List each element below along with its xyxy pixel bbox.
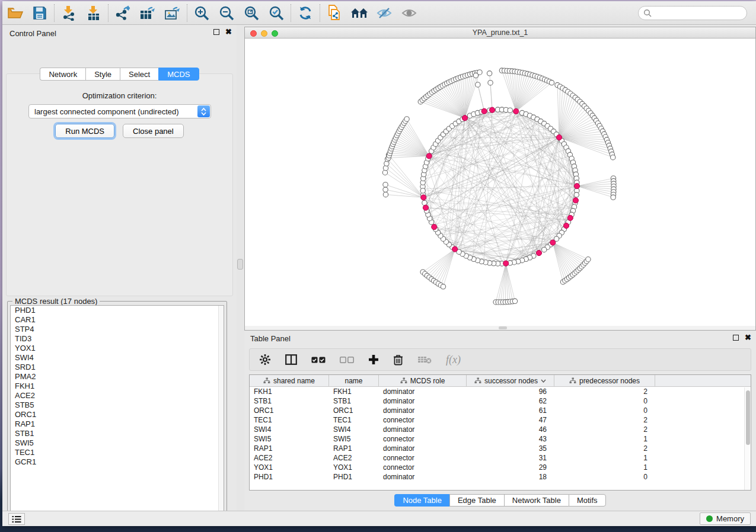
result-node[interactable]: SWI5 [11, 438, 224, 448]
result-node[interactable]: PMA2 [11, 372, 224, 382]
table-row[interactable]: PHD1PHD1dominator180 [250, 472, 751, 482]
table-row[interactable]: STB1STB1dominator620 [250, 396, 751, 406]
delete-table-button[interactable] [417, 355, 432, 364]
show-all-button[interactable] [397, 3, 422, 23]
result-node[interactable]: RAP1 [11, 419, 224, 429]
toolbar-separator [54, 4, 55, 22]
table-row[interactable]: ORC1ORC1dominator610 [250, 406, 751, 415]
import-network-button[interactable] [56, 3, 81, 23]
run-mcds-button[interactable]: Run MCDS [55, 124, 114, 138]
table-vscrollbar[interactable] [744, 387, 750, 490]
column-header-successor-nodes[interactable]: successor nodes [467, 375, 554, 386]
result-node[interactable]: GCR1 [11, 457, 224, 467]
result-list-scrollbar[interactable] [218, 306, 224, 518]
result-node[interactable]: FKH1 [11, 382, 224, 391]
close-panel-icon[interactable]: ✖ [745, 335, 751, 341]
table-row[interactable]: SWI5SWI5connector431 [250, 434, 751, 444]
criterion-value: largest connected component (undirected) [34, 107, 179, 116]
result-node[interactable]: CAR1 [11, 315, 224, 325]
open-file-button[interactable] [2, 3, 27, 23]
save-floppy-icon [33, 6, 47, 20]
zoom-selected-button[interactable] [264, 3, 289, 23]
save-session-button[interactable] [27, 3, 52, 23]
column-header-shared-name[interactable]: shared name [250, 375, 329, 386]
export-image-button[interactable] [160, 3, 185, 23]
tab-mcds[interactable]: MCDS [158, 68, 199, 81]
table-row[interactable]: FKH1FKH1dominator962 [250, 387, 751, 396]
zoom-out-button[interactable] [214, 3, 239, 23]
result-node[interactable]: STB5 [11, 400, 224, 410]
result-node[interactable]: STB1 [11, 429, 224, 438]
result-node[interactable]: PHD1 [11, 306, 224, 315]
float-panel-icon[interactable] [213, 29, 219, 35]
network-canvas[interactable] [245, 39, 755, 326]
criterion-dropdown[interactable]: largest connected component (undirected) [28, 104, 211, 118]
mcds-result-list[interactable]: PHD1 CAR1 STP4 TID3 YOX1 SWI4 SRD1 PMA2 … [10, 305, 224, 518]
apply-function-button[interactable]: f(x) [446, 354, 461, 366]
divider-thumb[interactable] [237, 259, 243, 270]
result-node[interactable]: TEC1 [11, 448, 224, 457]
tab-select[interactable]: Select [120, 68, 158, 81]
close-panel-icon[interactable]: ✖ [225, 29, 232, 35]
close-panel-button[interactable]: Close panel [123, 124, 184, 138]
first-neighbors-button[interactable] [347, 3, 372, 23]
network-window-titlebar[interactable]: YPA_prune.txt_1 [245, 27, 755, 39]
table-options-button[interactable] [259, 354, 271, 366]
zoom-fit-button[interactable] [239, 3, 264, 23]
eye-slash-icon [376, 7, 393, 20]
memory-button[interactable]: Memory [700, 512, 751, 525]
table-row[interactable]: RAP1RAP1dominator352 [250, 444, 751, 453]
result-node[interactable]: ACE2 [11, 391, 224, 400]
network-hscrollbar[interactable] [245, 326, 755, 330]
table-panel-title: Table Panel [250, 334, 291, 343]
column-header-mcds-role[interactable]: MCDS role [379, 375, 467, 386]
tab-network[interactable]: Network [40, 68, 85, 81]
network-hscroll-thumb[interactable] [499, 326, 507, 329]
table-row[interactable]: TEC1TEC1connector472 [250, 415, 751, 425]
add-column-button[interactable] [368, 354, 379, 365]
toolbar-separator [108, 4, 109, 22]
result-node[interactable]: STP4 [11, 325, 224, 334]
column-selector-button[interactable] [285, 354, 297, 365]
main-toolbar [2, 1, 756, 25]
tab-network-table[interactable]: Network Table [504, 494, 569, 507]
close-window-icon[interactable] [250, 30, 257, 37]
deselect-all-button[interactable] [340, 357, 354, 363]
eye-icon [401, 7, 417, 20]
export-table-button[interactable] [135, 3, 160, 23]
split-pane-divider[interactable] [237, 25, 244, 511]
minimize-window-icon[interactable] [261, 30, 267, 37]
export-network-button[interactable] [110, 3, 135, 23]
maximize-window-icon[interactable] [272, 30, 278, 37]
result-node[interactable]: YOX1 [11, 344, 224, 353]
clone-network-button[interactable] [322, 3, 347, 23]
control-panel-tabs: Network Style Select MCDS [2, 68, 237, 81]
hide-selected-button[interactable] [372, 3, 397, 23]
float-panel-icon[interactable] [733, 335, 739, 341]
table-vscroll-thumb[interactable] [746, 390, 750, 445]
import-table-button[interactable] [81, 3, 106, 23]
table-panel: Table Panel ✖ [244, 331, 756, 511]
tab-motifs[interactable]: Motifs [569, 494, 606, 507]
toolbar-separator [291, 4, 291, 22]
result-node[interactable]: SWI4 [11, 353, 224, 363]
tab-edge-table[interactable]: Edge Table [449, 494, 504, 507]
result-node[interactable]: ORC1 [11, 410, 224, 419]
search-input[interactable] [652, 9, 741, 17]
column-header-predecessor-nodes[interactable]: predecessor nodes [554, 375, 655, 386]
tab-style[interactable]: Style [85, 68, 120, 81]
table-row[interactable]: ACE2ACE2connector311 [250, 453, 751, 463]
select-all-button[interactable] [311, 357, 326, 363]
toolbar-separator [187, 4, 187, 22]
column-header-name[interactable]: name [329, 375, 379, 386]
search-box[interactable] [638, 6, 747, 20]
table-row[interactable]: SWI4SWI4dominator462 [250, 425, 751, 434]
refresh-view-button[interactable] [293, 3, 318, 23]
result-node[interactable]: TID3 [11, 334, 224, 344]
table-row[interactable]: YOX1YOX1connector291 [250, 463, 751, 472]
zoom-in-button[interactable] [189, 3, 214, 23]
show-log-button[interactable] [8, 513, 25, 525]
tab-node-table[interactable]: Node Table [394, 494, 449, 507]
delete-column-button[interactable] [393, 354, 403, 366]
result-node[interactable]: SRD1 [11, 363, 224, 372]
